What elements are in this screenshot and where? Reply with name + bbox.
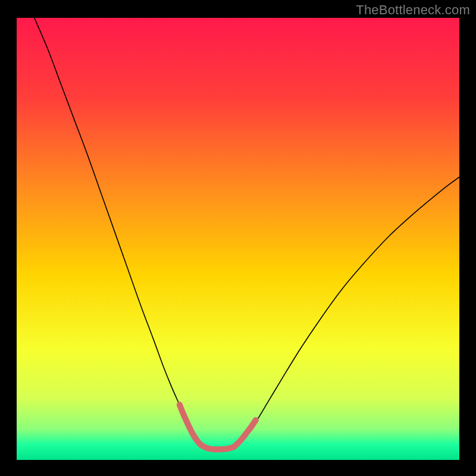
gradient-background xyxy=(17,18,459,460)
bottleneck-chart xyxy=(0,0,476,476)
watermark-text: TheBottleneck.com xyxy=(356,2,470,18)
chart-frame: TheBottleneck.com xyxy=(0,0,476,476)
